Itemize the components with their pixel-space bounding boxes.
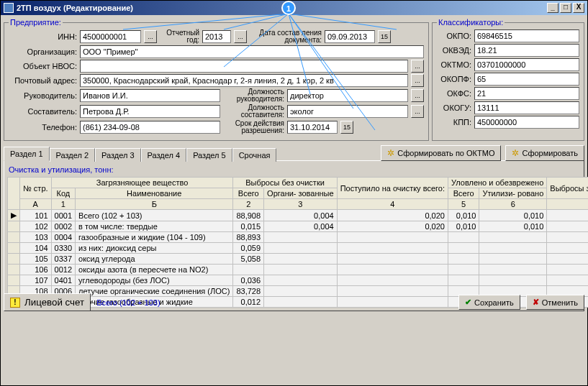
cell-c7[interactable]: 0,059 [547, 243, 588, 254]
author-pos-lookup-button[interactable]: ... [411, 105, 424, 118]
account-button[interactable]: ! Лицевой счет [4, 293, 91, 311]
table-row[interactable]: 1020002в том числе: твердые0,0150,0040,0… [8, 221, 589, 232]
cell-c2[interactable]: 88,908 [233, 210, 264, 221]
tab-urgent[interactable]: Срочная [232, 148, 277, 162]
cell-c2[interactable]: 5,058 [233, 254, 264, 265]
cell-c4[interactable] [337, 243, 448, 254]
okopf-input[interactable] [474, 73, 579, 86]
cell-c5[interactable] [448, 275, 479, 286]
cell-c5[interactable] [448, 243, 479, 254]
tab-section-5[interactable]: Раздел 5 [186, 148, 232, 162]
cell-c4[interactable]: 0,020 [337, 210, 448, 221]
year-input[interactable] [202, 30, 231, 43]
cell-c5[interactable] [448, 254, 479, 265]
cell-c6[interactable] [479, 254, 547, 265]
generate-button[interactable]: ✲Сформировать [505, 145, 584, 161]
tab-section-4[interactable]: Раздел 4 [141, 148, 187, 162]
cell-c4[interactable] [337, 254, 448, 265]
warning-icon: ! [10, 298, 20, 308]
tab-section-2[interactable]: Раздел 2 [50, 148, 96, 162]
tab-section-1[interactable]: Раздел 1 [4, 147, 50, 161]
oktmo-label: ОКТМО: [437, 60, 471, 69]
table-row[interactable]: 1070401углеводороды (без ЛОС)0,0360,036 [8, 275, 589, 286]
cell-c7[interactable]: 88,918 [547, 210, 588, 221]
permit-input[interactable] [287, 121, 338, 134]
object-lookup-button[interactable]: ... [411, 60, 424, 73]
doc-date-calendar-button[interactable]: 15 [378, 30, 391, 43]
okved-input[interactable] [474, 44, 579, 57]
cell-c7[interactable]: 0,036 [547, 275, 588, 286]
table-row[interactable]: 1060012оксиды азота (в пересчете на NO2) [8, 265, 589, 275]
cell-c5[interactable] [448, 265, 479, 275]
cell-c3[interactable]: 0,004 [264, 210, 338, 221]
cell-c6[interactable]: 0,010 [479, 221, 547, 232]
cell-c5[interactable]: 0,010 [448, 221, 479, 232]
cell-c6[interactable] [479, 243, 547, 254]
okfs-input[interactable] [474, 87, 579, 100]
head-input[interactable] [80, 89, 220, 102]
save-button[interactable]: ✔Сохранить [458, 295, 520, 310]
cell-c3[interactable] [264, 275, 338, 286]
close-button[interactable]: X [573, 3, 584, 13]
cell-c7[interactable]: 0,025 [547, 221, 588, 232]
cell-c7[interactable] [547, 265, 588, 275]
year-lookup-button[interactable]: ... [234, 30, 247, 43]
permit-calendar-button[interactable]: 15 [340, 121, 353, 134]
cell-c4[interactable] [337, 232, 448, 243]
cell-c4[interactable]: 0,020 [337, 221, 448, 232]
cell-c2[interactable]: 0,059 [233, 243, 264, 254]
head-pos-lookup-button[interactable]: ... [411, 89, 424, 102]
org-input[interactable] [80, 45, 424, 58]
cell-c2[interactable]: 0,015 [233, 221, 264, 232]
cell-code: 0337 [51, 254, 75, 265]
head-pos-label: Должность руководителя: [223, 88, 284, 103]
cell-c3[interactable] [264, 232, 338, 243]
okpo-input[interactable] [474, 29, 579, 42]
doc-date-input[interactable] [325, 30, 375, 43]
table-row[interactable]: ▶1010001Всего (102 + 103)88,9080,0040,02… [8, 210, 589, 221]
head-pos-input[interactable] [287, 89, 408, 102]
table-row[interactable]: 1040330из них: диоксид серы0,0590,059 [8, 243, 589, 254]
tab-section-3[interactable]: Раздел 3 [95, 148, 141, 162]
minimize-button[interactable]: _ [547, 3, 558, 13]
phone-input[interactable] [80, 121, 220, 134]
addr-lookup-button[interactable]: ... [411, 74, 424, 87]
cell-c6[interactable] [479, 275, 547, 286]
table-row[interactable]: 1030004газообразные и жидкие (104 - 109)… [8, 232, 589, 243]
cell-c5[interactable] [448, 232, 479, 243]
inn-input[interactable] [80, 30, 141, 43]
cell-c7[interactable]: 88,893 [547, 232, 588, 243]
cell-c6[interactable] [479, 232, 547, 243]
cell-c3[interactable] [264, 243, 338, 254]
permit-label: Срок действия разрешения: [223, 120, 284, 134]
cell-c4[interactable] [337, 265, 448, 275]
cell-c3[interactable] [264, 265, 338, 275]
generate-by-oktmo-button[interactable]: ✲Сформировать по ОКТМО [381, 145, 501, 161]
col-rownum: № стр. [20, 178, 52, 199]
cell-c4[interactable] [337, 275, 448, 286]
cell-c2[interactable] [233, 265, 264, 275]
author-pos-label: Должность составителя: [223, 104, 284, 119]
cell-c6[interactable] [479, 265, 547, 275]
cell-c2[interactable]: 0,036 [233, 275, 264, 286]
cell-c7[interactable]: 5,058 [547, 254, 588, 265]
cell-c3[interactable] [264, 254, 338, 265]
cell-c2[interactable]: 88,893 [233, 232, 264, 243]
inn-lookup-button[interactable]: ... [144, 30, 157, 43]
table-row[interactable]: 1050337оксид углерода5,0585,058 [8, 254, 589, 265]
object-input[interactable] [80, 60, 408, 73]
emissions-grid[interactable]: № стр. Загрязняющее вещество Выбросы без… [7, 177, 588, 308]
cell-c6[interactable]: 0,010 [479, 210, 547, 221]
doc-date-label: Дата состав ления документа: [250, 29, 322, 44]
cancel-button[interactable]: ✘Отменить [526, 295, 584, 310]
okogu-input[interactable] [474, 101, 579, 114]
oktmo-input[interactable] [474, 58, 579, 71]
cell-c5[interactable]: 0,010 [448, 210, 479, 221]
cell-c3[interactable]: 0,004 [264, 221, 338, 232]
kpp-input[interactable] [474, 116, 579, 129]
col-toclean: Поступило на очистку всего: [337, 178, 448, 199]
maximize-button[interactable]: □ [560, 3, 571, 13]
author-input[interactable] [80, 105, 220, 118]
author-pos-input[interactable] [287, 105, 408, 118]
addr-input[interactable] [80, 74, 408, 87]
